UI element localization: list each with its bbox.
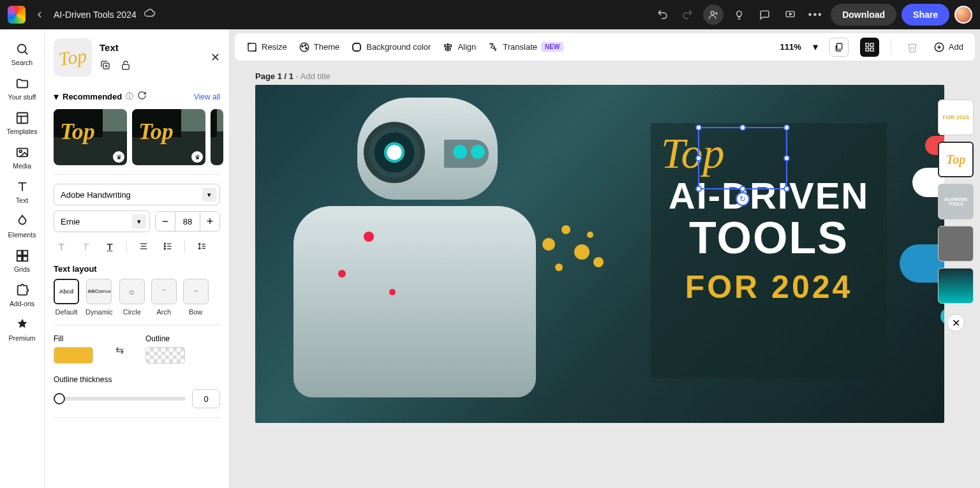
- svg-rect-43: [866, 43, 869, 47]
- rail-templates[interactable]: Templates: [4, 107, 41, 139]
- invite-people-icon[interactable]: [703, 4, 724, 25]
- svg-rect-33: [248, 43, 256, 51]
- layout-bow[interactable]: ︶Bow: [183, 279, 209, 316]
- download-button[interactable]: Download: [831, 4, 896, 26]
- theme-button[interactable]: Theme: [299, 41, 339, 53]
- rail-media[interactable]: Media: [4, 142, 41, 174]
- text-panel: Top Text ✕ ▾ Recommended ⓘ View all: [45, 29, 230, 488]
- layout-arch[interactable]: ⌒Arch: [151, 279, 177, 316]
- font-size-input[interactable]: [175, 212, 200, 231]
- font-family-select[interactable]: ▾: [54, 184, 220, 205]
- grid-view-icon[interactable]: [860, 38, 879, 57]
- comment-icon[interactable]: [754, 4, 775, 25]
- refresh-icon[interactable]: [137, 91, 147, 103]
- headline-group[interactable]: Top AI-DRIVEN TOOLS FOR 2024: [651, 123, 887, 378]
- layout-dynamic[interactable]: ABCDEFGHIDynamic: [85, 279, 113, 316]
- svg-line-6: [25, 52, 27, 54]
- delete-icon[interactable]: [903, 38, 922, 57]
- rail-text[interactable]: Text: [4, 176, 41, 208]
- italic-icon[interactable]: T: [78, 239, 93, 254]
- add-page-button[interactable]: Add: [933, 41, 963, 53]
- layout-circle[interactable]: ◯Circle: [119, 279, 145, 316]
- zoom-dropdown-icon[interactable]: ▾: [813, 41, 818, 53]
- align-icon[interactable]: [136, 239, 151, 254]
- align-button[interactable]: Align: [442, 41, 476, 53]
- zoom-display[interactable]: 111%: [780, 42, 801, 52]
- design-canvas[interactable]: Top AI-DRIVEN TOOLS FOR 2024 ↻: [255, 85, 944, 423]
- uppercase-icon[interactable]: T: [54, 239, 69, 254]
- fill-label: Fill: [54, 334, 93, 343]
- text-layout-heading: Text layout: [54, 264, 220, 274]
- present-icon[interactable]: [780, 4, 800, 25]
- headline-for-line[interactable]: FOR 2024: [661, 269, 877, 306]
- headline-line1[interactable]: AI-DRIVEN: [661, 174, 877, 217]
- more-icon[interactable]: •••: [805, 4, 826, 25]
- svg-point-11: [19, 150, 22, 152]
- app-logo[interactable]: [8, 6, 26, 24]
- rail-premium[interactable]: Premium: [4, 314, 41, 346]
- rail-your-stuff[interactable]: Your stuff: [4, 73, 41, 105]
- user-avatar[interactable]: [954, 6, 972, 24]
- layout-default[interactable]: AbcdDefault: [54, 279, 79, 316]
- recommended-card[interactable]: [211, 109, 223, 165]
- cloud-sync-icon[interactable]: [144, 8, 156, 22]
- page-thumbnail[interactable]: FOR 2024: [938, 100, 974, 135]
- undo-icon[interactable]: [652, 4, 672, 25]
- svg-point-34: [300, 43, 309, 52]
- font-style-select[interactable]: ▾: [54, 211, 150, 232]
- collapse-thumbnails-icon[interactable]: ✕: [947, 314, 965, 332]
- robot-illustration: [453, 145, 467, 159]
- decoration-dot: [364, 232, 374, 242]
- outline-thickness-slider[interactable]: [54, 397, 186, 401]
- rail-grids[interactable]: Grids: [4, 245, 41, 277]
- recommended-card[interactable]: Top♛: [132, 109, 205, 165]
- svg-marker-4: [789, 13, 791, 15]
- svg-point-0: [711, 11, 714, 15]
- page-thumbnail[interactable]: [938, 226, 974, 262]
- rail-label: Templates: [7, 128, 38, 135]
- decrease-button[interactable]: −: [156, 212, 175, 231]
- page-thumbnail[interactable]: AI-DRIVEN TOOLS: [938, 184, 974, 219]
- headline-line2[interactable]: TOOLS: [661, 217, 877, 260]
- robot-illustration: [364, 122, 425, 183]
- lightbulb-icon[interactable]: [729, 4, 749, 25]
- outline-color-swatch[interactable]: [145, 347, 185, 364]
- pages-icon[interactable]: [829, 38, 849, 57]
- page-thumbnail[interactable]: Top: [938, 142, 974, 177]
- list-icon[interactable]: [160, 239, 175, 254]
- duplicate-icon[interactable]: [100, 59, 111, 73]
- back-button[interactable]: [31, 6, 48, 24]
- swap-fill-outline-icon[interactable]: ⇆: [112, 334, 126, 365]
- recommended-card[interactable]: Top♛: [54, 109, 127, 165]
- lock-icon[interactable]: [120, 59, 131, 73]
- outline-thickness-input[interactable]: [192, 389, 220, 408]
- font-size-stepper[interactable]: − +: [155, 211, 220, 232]
- close-panel-icon[interactable]: ✕: [211, 50, 220, 64]
- info-icon[interactable]: ⓘ: [126, 91, 133, 102]
- line-spacing-icon[interactable]: [194, 239, 209, 254]
- page-indicator[interactable]: Page 1 / 1 - Add title: [230, 61, 980, 85]
- fill-color-swatch[interactable]: [54, 347, 93, 364]
- headline-top-text[interactable]: Top: [661, 136, 877, 170]
- rail-elements[interactable]: Elements: [4, 211, 41, 242]
- panel-thumbnail: Top: [54, 38, 92, 77]
- svg-rect-44: [870, 43, 873, 47]
- resize-button[interactable]: Resize: [246, 41, 287, 53]
- premium-badge-icon: ♛: [113, 151, 124, 163]
- chevron-down-icon[interactable]: ▾: [54, 91, 59, 103]
- page-thumbnail[interactable]: [938, 268, 974, 304]
- redo-icon[interactable]: [678, 4, 698, 25]
- svg-rect-42: [837, 43, 842, 49]
- document-title[interactable]: AI-Driven Tools 2024: [54, 10, 137, 20]
- background-color-button[interactable]: Background color: [351, 41, 431, 53]
- robot-illustration: [471, 145, 485, 159]
- svg-rect-12: [17, 251, 21, 255]
- underline-icon[interactable]: T: [102, 239, 117, 254]
- rail-addons[interactable]: Add-ons: [4, 279, 41, 311]
- translate-button[interactable]: Translate NEW: [487, 41, 563, 53]
- view-all-link[interactable]: View all: [194, 92, 220, 101]
- increase-button[interactable]: +: [200, 212, 219, 231]
- recommended-row: Top♛ Top♛: [54, 109, 220, 165]
- share-button[interactable]: Share: [902, 4, 949, 26]
- rail-search[interactable]: Search: [4, 38, 41, 70]
